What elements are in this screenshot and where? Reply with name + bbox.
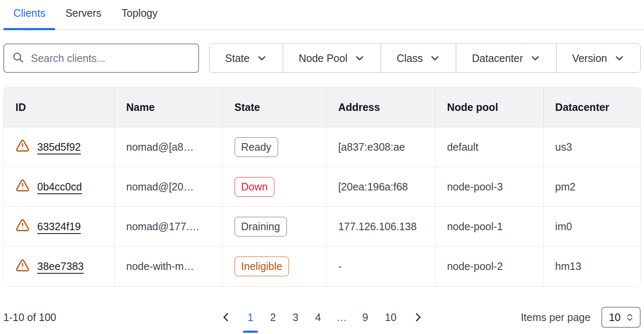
- column-header-state: State: [223, 87, 327, 127]
- filter-node-pool-button[interactable]: Node Pool: [283, 44, 381, 72]
- client-address: 177.126.106.138: [327, 207, 435, 247]
- warning-icon: [15, 218, 30, 235]
- chevron-down-icon: [429, 53, 440, 64]
- state-badge: Ineligible: [235, 257, 289, 276]
- column-header-id: ID: [4, 87, 115, 127]
- page-button-10[interactable]: 10: [378, 311, 403, 324]
- search-icon: [12, 51, 24, 65]
- chevron-left-icon: [220, 311, 232, 323]
- items-per-page-value: 10: [609, 311, 621, 324]
- table-header-row: ID Name State Address Node pool Datacent…: [4, 87, 640, 127]
- client-name: nomad@177.…: [115, 207, 223, 247]
- page-button-9[interactable]: 9: [356, 311, 374, 324]
- client-id-link[interactable]: 385d5f92: [37, 141, 81, 153]
- page-button-2[interactable]: 2: [264, 311, 282, 324]
- chevron-up-down-icon: [625, 312, 635, 322]
- client-datacenter: hm13: [544, 247, 640, 286]
- filter-version-label: Version: [572, 52, 607, 64]
- items-per-page-select[interactable]: 10: [601, 307, 641, 328]
- client-name: node-with-m…: [115, 247, 223, 286]
- filter-class-button[interactable]: Class: [381, 44, 456, 72]
- page-button-4[interactable]: 4: [309, 311, 327, 324]
- warning-icon: [15, 178, 30, 195]
- table-row[interactable]: 385d5f92 nomad@[a8… Ready [a837:e308:ae …: [4, 127, 640, 167]
- filter-datacenter-label: Datacenter: [472, 52, 523, 64]
- client-datacenter: us3: [544, 127, 640, 167]
- client-datacenter: im0: [544, 207, 640, 247]
- chevron-down-icon: [614, 53, 625, 64]
- tab-topology[interactable]: Toplogy: [112, 7, 168, 29]
- client-id-link[interactable]: 38ee7383: [37, 260, 84, 272]
- filter-version-button[interactable]: Version: [556, 44, 640, 72]
- column-header-address: Address: [327, 87, 435, 127]
- client-node-pool: default: [435, 127, 544, 167]
- clients-table: ID Name State Address Node pool Datacent…: [3, 87, 641, 287]
- tab-servers[interactable]: Servers: [55, 7, 111, 29]
- controls-row: State Node Pool Class Datacenter Version: [0, 44, 644, 73]
- items-per-page-label: Items per page: [521, 311, 590, 324]
- client-datacenter: pm2: [544, 167, 640, 207]
- filter-state-label: State: [225, 52, 249, 64]
- results-range-label: 1-10 of 100: [3, 311, 56, 324]
- tab-bar: Clients Servers Toplogy: [0, 0, 644, 30]
- table-row[interactable]: 0b4cc0cd nomad@[20… Down [20ea:196a:f68 …: [4, 167, 640, 207]
- warning-icon: [15, 139, 30, 155]
- table-row[interactable]: 38ee7383 node-with-m… Ineligible - node-…: [4, 247, 640, 286]
- pager: 1 2 3 4 … 9 10: [215, 308, 429, 326]
- chevron-down-icon: [256, 53, 267, 64]
- next-page-button[interactable]: [407, 308, 429, 326]
- client-node-pool: node-pool-2: [435, 247, 544, 286]
- tab-clients[interactable]: Clients: [3, 7, 55, 29]
- page-button-3[interactable]: 3: [286, 311, 305, 324]
- column-header-node-pool: Node pool: [435, 87, 544, 127]
- warning-icon: [15, 258, 30, 275]
- column-header-name: Name: [115, 87, 223, 127]
- page-button-1[interactable]: 1: [241, 311, 260, 324]
- column-header-datacenter: Datacenter: [544, 87, 640, 127]
- state-badge: Draining: [235, 217, 287, 236]
- client-node-pool: node-pool-1: [435, 207, 544, 247]
- client-address: [a837:e308:ae: [327, 127, 435, 167]
- client-address: [20ea:196a:f68: [327, 167, 435, 207]
- client-node-pool: node-pool-3: [435, 167, 544, 207]
- pagination-bar: 1-10 of 100 1 2 3 4 … 9 10 Items per pag…: [0, 303, 644, 331]
- client-id-link[interactable]: 63324f19: [37, 221, 81, 233]
- search-input[interactable]: [31, 52, 191, 64]
- chevron-down-icon: [530, 53, 541, 64]
- state-badge: Ready: [235, 137, 278, 157]
- chevron-down-icon: [354, 53, 365, 64]
- client-address: -: [327, 247, 435, 286]
- filter-class-label: Class: [396, 52, 423, 64]
- state-badge: Down: [235, 177, 275, 197]
- previous-page-button[interactable]: [215, 308, 237, 326]
- table-row[interactable]: 63324f19 nomad@177.… Draining 177.126.10…: [4, 207, 640, 247]
- filter-state-button[interactable]: State: [210, 44, 283, 72]
- filter-group: State Node Pool Class Datacenter Version: [209, 44, 641, 73]
- filter-datacenter-button[interactable]: Datacenter: [456, 44, 556, 72]
- chevron-right-icon: [412, 311, 424, 323]
- client-id-link[interactable]: 0b4cc0cd: [37, 181, 82, 193]
- filter-node-pool-label: Node Pool: [299, 52, 348, 64]
- search-box[interactable]: [3, 44, 199, 73]
- client-name: nomad@[20…: [115, 167, 223, 207]
- page-ellipsis: …: [331, 311, 352, 324]
- client-name: nomad@[a8…: [115, 127, 223, 167]
